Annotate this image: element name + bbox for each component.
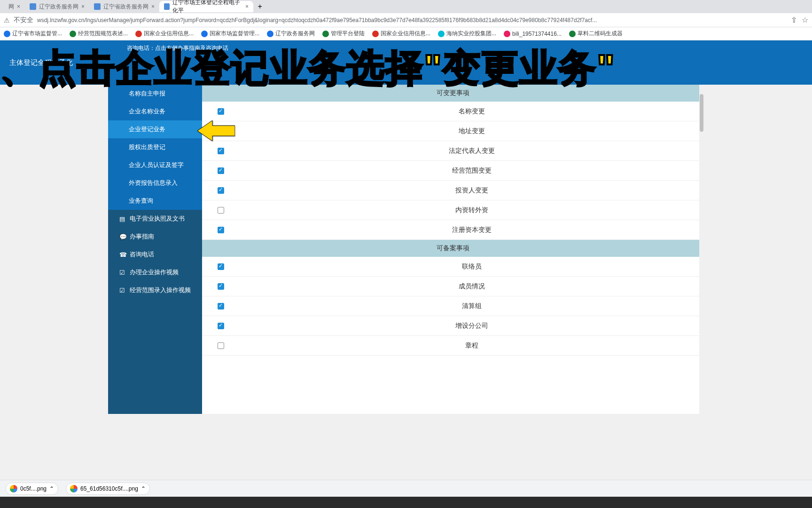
browser-tab[interactable]: 辽宁省政务服务网 × (89, 1, 159, 12)
item-label: 地址变更 (240, 127, 704, 135)
downloads-bar: 0c5f....png ⌃ 65_61d56310c5f....png ⌃ (0, 480, 812, 497)
url-text[interactable]: wsdj.lnzwfw.gov.cn/lngs/userManage/jumpF… (37, 17, 787, 24)
document-icon: ▤ (119, 215, 126, 222)
sidebar-item-equity-pledge[interactable]: 股权出质登记 (108, 138, 202, 156)
bookmark-item[interactable]: 国家企业信用信息... (372, 30, 430, 38)
taskbar (0, 497, 812, 508)
content-panel: 可变更事项 名称变更 地址变更 法定代表人变更 经营范围变更 投资人变更 内资转… (202, 85, 704, 414)
bookmark-favicon (504, 31, 510, 37)
bookmark-favicon (372, 31, 379, 37)
section-header-record: 可备案事项 (202, 240, 704, 257)
chevron-up-icon[interactable]: ⌃ (49, 485, 54, 492)
browser-tab[interactable]: 辽宁政务服务网 × (25, 1, 89, 12)
checkbox[interactable] (218, 303, 224, 310)
browser-tab[interactable]: 网 × (4, 1, 25, 12)
item-label: 章程 (240, 341, 704, 350)
scrollbar[interactable] (699, 85, 704, 414)
chevron-up-icon[interactable]: ⌃ (141, 485, 146, 492)
table-row: 投资人变更 (202, 181, 704, 200)
item-label: 投资人变更 (240, 186, 704, 195)
checkbox[interactable] (218, 187, 224, 194)
item-label: 清算组 (240, 302, 704, 310)
table-row: 联络员 (202, 257, 704, 277)
item-label: 经营范围变更 (240, 167, 704, 175)
checkbox[interactable] (218, 108, 224, 115)
download-filename: 0c5f....png (20, 485, 47, 492)
sidebar-item-business-query[interactable]: 业务查询 (108, 192, 202, 210)
sidebar-item-company-name[interactable]: 企业名称业务 (108, 103, 202, 120)
sidebar-item-guide[interactable]: 💬办事指南 (108, 228, 202, 246)
bookmark-item[interactable]: 草料二维码生成器 (569, 30, 623, 38)
item-label: 名称变更 (240, 107, 704, 116)
checkbox[interactable] (218, 148, 224, 154)
close-icon[interactable]: × (81, 3, 85, 10)
bookmark-item[interactable]: 海纳实业控股集团... (438, 30, 496, 38)
file-icon (70, 485, 78, 492)
check-icon: ☑ (119, 287, 126, 294)
table-row: 名称变更 (202, 102, 704, 121)
star-icon[interactable]: ☆ (802, 16, 808, 24)
sidebar-item-elicense[interactable]: ▤电子营业执照及文书 (108, 210, 202, 228)
sidebar-item-company-register[interactable]: 企业登记业务 (108, 120, 202, 138)
sidebar: 名称自主申报 企业名称业务 企业登记业务 股权出质登记 企业人员认证及签字 外资… (108, 85, 202, 414)
bookmark-item[interactable]: 辽宁省市场监督管... (4, 30, 62, 38)
table-row: 增设分公司 (202, 316, 704, 336)
sidebar-item-phone[interactable]: ☎咨询电话 (108, 246, 202, 263)
bookmark-item[interactable]: 管理平台登陆 (322, 30, 365, 38)
checkbox[interactable] (218, 263, 224, 270)
check-icon: ☑ (119, 269, 126, 276)
bookmark-item[interactable]: bili_19571374416... (504, 31, 562, 37)
bookmark-favicon (201, 31, 208, 37)
bookmark-item[interactable]: 经营范围规范表述... (70, 30, 128, 38)
bookmark-item[interactable]: 国家市场监督管理... (201, 30, 259, 38)
tab-title: 网 (8, 3, 14, 11)
download-item[interactable]: 0c5f....png ⌃ (6, 483, 58, 495)
table-row: 注册资本变更 (202, 220, 704, 240)
file-icon (10, 485, 17, 492)
checkbox[interactable] (218, 323, 224, 329)
tab-title: 辽宁政务服务网 (39, 3, 78, 11)
close-icon[interactable]: × (17, 3, 20, 10)
checkbox[interactable] (218, 167, 224, 174)
table-row: 经营范围变更 (202, 161, 704, 181)
chat-icon: 💬 (119, 233, 126, 240)
item-label: 注册资本变更 (240, 226, 704, 234)
tab-title: 辽宁省政务服务网 (103, 3, 148, 11)
address-bar: ⚠ 不安全 wsdj.lnzwfw.gov.cn/lngs/userManage… (0, 13, 812, 27)
download-item[interactable]: 65_61d56310c5f....png ⌃ (66, 483, 150, 495)
security-warning-icon[interactable]: ⚠ (4, 16, 10, 24)
close-icon[interactable]: × (245, 3, 249, 10)
sidebar-item-video1[interactable]: ☑办理企业操作视频 (108, 263, 202, 281)
bookmark-favicon (438, 31, 445, 37)
annotation-overlay-text: 、点击企业登记业务选择"变更业务" (0, 43, 812, 94)
tab-favicon (164, 3, 170, 10)
browser-tab[interactable]: 辽宁市场主体登记全程电子化平 × (159, 1, 253, 12)
sidebar-item-foreign-report[interactable]: 外资报告信息录入 (108, 174, 202, 192)
table-row: 法定代表人变更 (202, 141, 704, 161)
browser-tab-bar: 网 × 辽宁政务服务网 × 辽宁省政务服务网 × 辽宁市场主体登记全程电子化平 … (0, 0, 812, 13)
table-row: 章程 (202, 336, 704, 356)
checkbox[interactable] (218, 207, 224, 214)
table-row: 成员情况 (202, 277, 704, 296)
share-icon[interactable]: ⇪ (791, 16, 797, 24)
table-row: 清算组 (202, 296, 704, 316)
download-filename: 65_61d56310c5f....png (80, 485, 138, 492)
bookmarks-bar: 辽宁省市场监督管... 经营范围规范表述... 国家企业信用信息... 国家市场… (0, 27, 812, 40)
item-label: 联络员 (240, 262, 704, 271)
bookmark-item[interactable]: 国家企业信用信息... (135, 30, 194, 38)
bookmark-item[interactable]: 辽宁政务服务网 (267, 30, 315, 38)
item-label: 内资转外资 (240, 206, 704, 214)
checkbox[interactable] (218, 342, 224, 349)
table-row: 内资转外资 (202, 200, 704, 220)
bookmark-favicon (4, 31, 10, 37)
bookmark-favicon (267, 31, 273, 37)
tab-title: 辽宁市场主体登记全程电子化平 (172, 0, 242, 15)
table-row: 地址变更 (202, 121, 704, 141)
checkbox[interactable] (218, 283, 224, 290)
checkbox[interactable] (218, 227, 224, 233)
new-tab-button[interactable]: + (253, 2, 266, 11)
scrollbar-thumb[interactable] (700, 94, 703, 132)
close-icon[interactable]: × (151, 3, 155, 10)
sidebar-item-personnel-cert[interactable]: 企业人员认证及签字 (108, 156, 202, 174)
sidebar-item-video2[interactable]: ☑经营范围录入操作视频 (108, 281, 202, 299)
